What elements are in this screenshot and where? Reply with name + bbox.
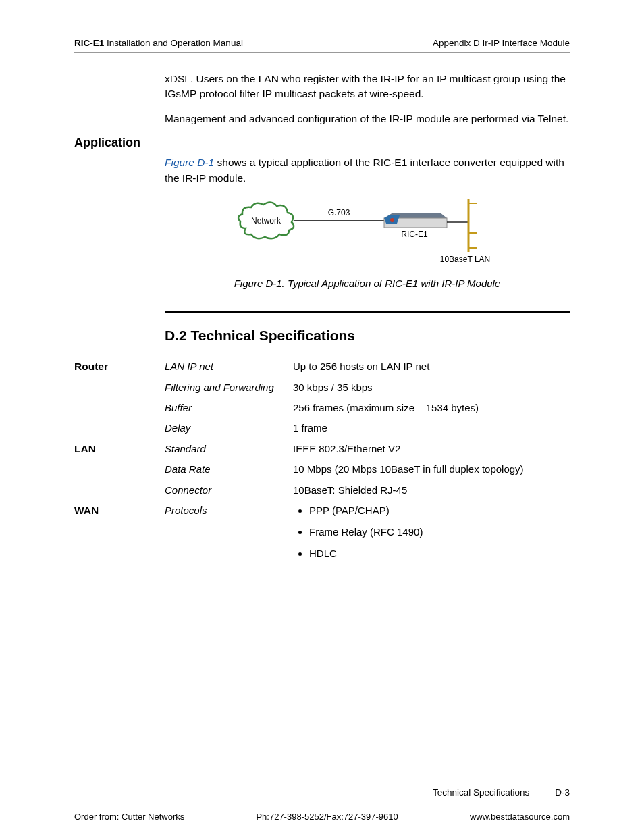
product-name: RIC-E1 xyxy=(74,38,104,48)
spec-category xyxy=(74,401,165,415)
footer-line2: Order from: Cutter Networks Ph:727-398-5… xyxy=(74,812,570,822)
section-heading: D.2 Technical Specifications xyxy=(165,328,570,344)
spec-list-item: HDLC xyxy=(309,547,570,561)
spec-list-item: PPP (PAP/CHAP) xyxy=(309,504,570,517)
manual-title: Installation and Operation Manual xyxy=(104,38,243,48)
footer-page: D-3 xyxy=(555,787,570,798)
spec-label: Delay xyxy=(165,421,293,435)
spec-label: Data Rate xyxy=(165,463,293,476)
spec-category: WAN xyxy=(74,504,165,569)
lan-label: 10BaseT LAN xyxy=(440,255,491,264)
spec-value: 10BaseT: Shielded RJ-45 xyxy=(293,484,570,497)
intro-p2: Management and advanced configuration of… xyxy=(165,111,570,126)
header-left: RIC-E1 Installation and Operation Manual xyxy=(74,38,243,48)
device-icon xyxy=(384,213,447,228)
application-para: Figure D-1 shows a typical application o… xyxy=(165,155,570,186)
intro-p1: xDSL. Users on the LAN who register with… xyxy=(165,72,570,102)
spec-category xyxy=(74,463,165,476)
spec-label: Protocols xyxy=(165,504,293,569)
diagram-svg: Network G.703 RIC-E1 10BaseT LAN xyxy=(232,198,502,265)
intro-block: xDSL. Users on the LAN who register with… xyxy=(165,72,570,126)
spec-category: LAN xyxy=(74,442,165,457)
spec-category xyxy=(74,484,165,497)
spec-label: LAN IP net xyxy=(165,360,293,374)
section-rule xyxy=(165,311,570,313)
spec-list-item: Frame Relay (RFC 1490) xyxy=(309,525,570,539)
spec-label: Connector xyxy=(165,484,293,497)
footer-order: Order from: Cutter Networks xyxy=(74,812,184,822)
network-label: Network xyxy=(251,216,281,226)
application-heading: Application xyxy=(74,136,570,150)
spec-value: PPP (PAP/CHAP)Frame Relay (RFC 1490)HDLC xyxy=(293,504,570,569)
spec-value: 30 kbps / 35 kbps xyxy=(293,381,570,394)
header-right: Appendix D Ir-IP Interface Module xyxy=(433,38,570,48)
device-label: RIC-E1 xyxy=(401,230,428,239)
footer-phone: Ph:727-398-5252/Fax:727-397-9610 xyxy=(256,812,398,822)
application-para-rest: shows a typical application of the RIC-E… xyxy=(165,157,564,183)
footer-section: Technical Specifications xyxy=(433,787,529,798)
spec-category xyxy=(74,381,165,394)
page-header: RIC-E1 Installation and Operation Manual… xyxy=(74,38,570,53)
spec-category: Router xyxy=(74,360,165,374)
spec-value: 10 Mbps (20 Mbps 10BaseT in full duplex … xyxy=(293,463,570,476)
figure-link[interactable]: Figure D-1 xyxy=(165,157,214,168)
spec-table: RouterLAN IP netUp to 256 hosts on LAN I… xyxy=(74,360,570,569)
spec-label: Standard xyxy=(165,442,293,457)
spec-label: Filtering and Forwarding xyxy=(165,381,293,394)
spec-value: Up to 256 hosts on LAN IP net xyxy=(293,360,570,374)
footer-url: www.bestdatasource.com xyxy=(470,812,570,822)
g703-label: G.703 xyxy=(328,208,350,217)
spec-value: 1 frame xyxy=(293,421,570,435)
spec-category xyxy=(74,421,165,435)
spec-value: 256 frames (maximum size – 1534 bytes) xyxy=(293,401,570,415)
figure-d1: Network G.703 RIC-E1 10BaseT LAN xyxy=(165,198,570,269)
footer-rule xyxy=(74,781,570,781)
footer-line1: Technical Specifications D-3 xyxy=(74,787,570,798)
spec-value: IEEE 802.3/Ethernet V2 xyxy=(293,442,570,457)
figure-caption: Figure D-1. Typical Application of RIC-E… xyxy=(165,276,570,291)
svg-point-3 xyxy=(390,218,394,222)
spec-label: Buffer xyxy=(165,401,293,415)
application-body: Figure D-1 shows a typical application o… xyxy=(165,155,570,290)
